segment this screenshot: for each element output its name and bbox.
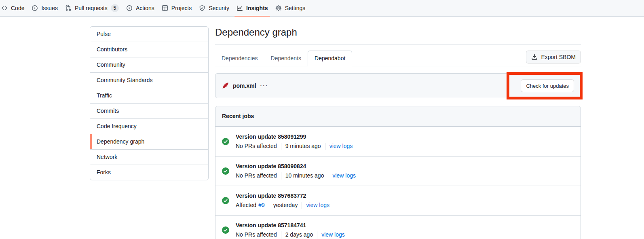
nav-tab-label: Settings — [285, 5, 306, 11]
view-logs-link[interactable]: view logs — [321, 231, 345, 239]
view-logs-link[interactable]: view logs — [332, 171, 356, 180]
nav-tab-label: Pull requests — [75, 5, 108, 11]
code-icon — [1, 5, 8, 11]
nav-tab-pull-requests[interactable]: Pull requests 5 — [61, 0, 122, 16]
job-status: No PRs affected — [236, 231, 277, 239]
affected-pr-link[interactable]: #9 — [258, 201, 265, 209]
tab-dependencies[interactable]: Dependencies — [215, 51, 264, 66]
check-for-updates-button[interactable]: Check for updates — [521, 79, 574, 92]
nav-tab-issues[interactable]: Issues — [28, 0, 61, 16]
nav-tab-label: Insights — [246, 5, 268, 11]
gear-icon — [275, 5, 282, 11]
recent-jobs-header: Recent jobs — [215, 106, 581, 127]
nav-tab-label: Actions — [136, 5, 154, 11]
sidebar-item-network[interactable]: Network — [90, 149, 208, 165]
repo-nav-list: Code Issues Pull requests 5 Actions Proj… — [0, 0, 309, 16]
kebab-menu-icon[interactable]: ··· — [260, 82, 268, 89]
divider — [302, 202, 302, 209]
job-row: Version update 858090824 No PRs affected… — [215, 156, 581, 186]
nav-tab-label: Code — [11, 5, 24, 11]
nav-tab-label: Projects — [171, 5, 192, 11]
sidebar-item-code-frequency[interactable]: Code frequency — [90, 118, 208, 134]
sidebar-item-commits[interactable]: Commits — [90, 103, 208, 118]
job-title: Version update 858090824 — [236, 162, 356, 171]
sidebar-item-forks[interactable]: Forks — [90, 165, 208, 180]
git-pull-request-icon — [65, 5, 72, 11]
job-title: Version update 857184741 — [236, 221, 345, 230]
nav-tab-projects[interactable]: Projects — [158, 0, 196, 16]
sidebar-item-community-standards[interactable]: Community Standards — [90, 72, 208, 88]
sidebar-item-pulse[interactable]: Pulse — [90, 27, 208, 42]
issue-opened-icon — [32, 5, 38, 11]
maven-feather-icon — [222, 82, 229, 89]
sidebar-item-traffic[interactable]: Traffic — [90, 88, 208, 103]
job-meta: No PRs affected 10 minutes ago view logs — [236, 171, 356, 180]
job-meta: No PRs affected 2 days ago view logs — [236, 231, 345, 239]
job-details: Version update 858091299 No PRs affected… — [236, 133, 353, 150]
manifest-filename: pom.xml — [233, 82, 256, 89]
nav-tab-settings[interactable]: Settings — [272, 0, 309, 16]
divider — [317, 231, 317, 239]
recent-jobs-box: Recent jobs Version update 858091299 No … — [215, 106, 581, 239]
check-circle-icon — [222, 167, 229, 175]
job-row: Version update 858091299 No PRs affected… — [215, 127, 581, 156]
dependency-graph-tabs: Dependencies Dependents Dependabot Expor… — [215, 51, 581, 66]
sidebar-item-dependency-graph[interactable]: Dependency graph — [90, 134, 208, 149]
job-time: yesterday — [273, 201, 298, 209]
job-time: 9 minutes ago — [285, 142, 321, 150]
job-title: Version update 857683772 — [236, 192, 329, 200]
check-circle-icon — [222, 197, 229, 204]
job-details: Version update 858090824 No PRs affected… — [236, 162, 356, 180]
graph-icon — [236, 5, 243, 11]
nav-tab-security[interactable]: Security — [195, 0, 233, 16]
nav-tab-label: Issues — [41, 5, 57, 11]
page-title: Dependency graph — [215, 26, 581, 44]
sidebar-item-contributors[interactable]: Contributors — [90, 42, 208, 57]
divider — [281, 143, 281, 150]
job-meta: No PRs affected 9 minutes ago view logs — [236, 142, 353, 150]
job-row: Version update 857184741 No PRs affected… — [215, 215, 581, 239]
job-time: 2 days ago — [285, 231, 313, 239]
page-body: Pulse Contributors Community Community S… — [0, 17, 644, 239]
nav-tab-code[interactable]: Code — [0, 0, 28, 16]
download-icon — [531, 54, 538, 60]
export-sbom-label: Export SBOM — [541, 54, 576, 60]
job-status: No PRs affected — [236, 142, 277, 150]
job-meta: Affected #9 yesterday view logs — [236, 201, 329, 209]
divider — [325, 143, 325, 150]
pull-requests-count-badge: 5 — [111, 4, 119, 12]
nav-tab-actions[interactable]: Actions — [122, 0, 158, 16]
main-content: Dependency graph Dependencies Dependents… — [215, 26, 581, 239]
job-details: Version update 857683772 Affected #9 yes… — [236, 192, 329, 209]
shield-icon — [199, 5, 205, 11]
sidebar-item-community[interactable]: Community — [90, 57, 208, 72]
table-icon — [162, 5, 168, 11]
insights-sidebar: Pulse Contributors Community Community S… — [90, 26, 209, 180]
job-time: 10 minutes ago — [285, 171, 324, 180]
divider — [281, 231, 281, 239]
view-logs-link[interactable]: view logs — [329, 142, 353, 150]
manifest-row-pom-xml: pom.xml ··· Check for updates — [215, 73, 581, 98]
nav-tab-label: Security — [209, 5, 229, 11]
job-title: Version update 858091299 — [236, 133, 353, 141]
job-status: No PRs affected — [236, 171, 277, 180]
view-logs-link[interactable]: view logs — [306, 201, 329, 209]
nav-tab-insights[interactable]: Insights — [233, 0, 272, 16]
job-details: Version update 857184741 No PRs affected… — [236, 221, 345, 239]
divider — [328, 172, 328, 180]
divider — [281, 172, 281, 180]
play-icon — [126, 5, 133, 11]
divider — [269, 202, 269, 209]
tab-dependents[interactable]: Dependents — [264, 51, 308, 66]
job-status: Affected — [236, 201, 256, 209]
job-row: Version update 857683772 Affected #9 yes… — [215, 186, 581, 215]
check-circle-icon — [222, 138, 229, 145]
check-circle-icon — [222, 226, 229, 234]
repo-nav: Code Issues Pull requests 5 Actions Proj… — [0, 0, 644, 17]
tab-dependabot[interactable]: Dependabot — [308, 51, 352, 66]
export-sbom-button[interactable]: Export SBOM — [526, 51, 581, 63]
